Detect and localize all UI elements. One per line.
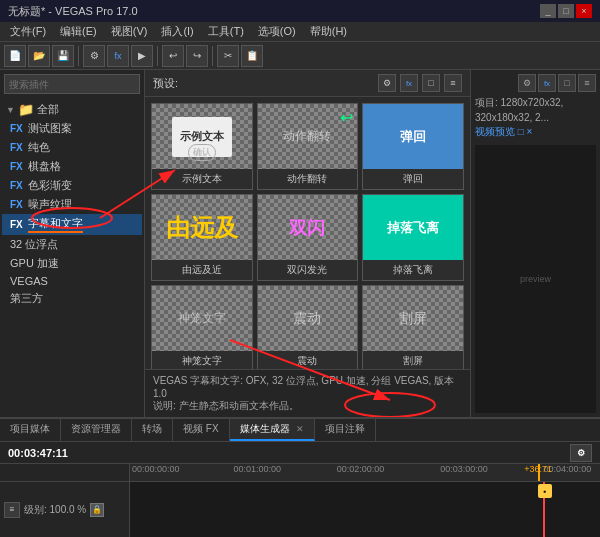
menu-insert[interactable]: 插入(I) <box>155 22 199 41</box>
new-button[interactable]: 📄 <box>4 45 26 67</box>
filter-panel: ▼ 📁 全部 FX 测试图案 FX 纯色 FX 棋盘格 FX 色彩渐变 <box>0 70 145 417</box>
info-settings-icon[interactable]: ⚙ <box>518 74 536 92</box>
menu-file[interactable]: 文件(F) <box>4 22 52 41</box>
tree-item-checkerboard[interactable]: FX 棋盘格 <box>2 157 142 176</box>
tab-project-media[interactable]: 项目媒体 <box>0 419 61 441</box>
tree-item-noise[interactable]: FX 噪声纹理 <box>2 195 142 214</box>
thumb-text-4: 由远及 <box>166 212 238 244</box>
tree-item-gpu[interactable]: GPU 加速 <box>2 254 142 273</box>
preset-thumb-7: 神笼文字 <box>152 286 252 351</box>
project-info-2: 320x180x32, 2... <box>475 112 596 123</box>
preset-item-action-turn[interactable]: 动作翻转 ↩ 动作翻转 <box>257 103 359 190</box>
selected-item-label: 字幕和文字 <box>28 216 83 233</box>
preset-item-fade-zoom[interactable]: 由远及 由远及近 <box>151 194 253 281</box>
maximize-button[interactable]: □ <box>558 4 574 18</box>
tree-item-vegas[interactable]: VEGAS <box>2 273 142 289</box>
ruler-spacer <box>0 464 130 481</box>
timecode-display: 00:03:47:11 <box>8 447 68 459</box>
track-option-1[interactable]: ≡ <box>4 502 20 518</box>
tree-root-all[interactable]: ▼ 📁 全部 <box>2 100 142 119</box>
preset-thumb-3: 弹回 <box>363 104 463 169</box>
extra-btn-1[interactable]: ✂ <box>217 45 239 67</box>
preset-label-3: 弹回 <box>363 169 463 189</box>
view-icon-2[interactable]: ≡ <box>444 74 462 92</box>
tab-transitions[interactable]: 转场 <box>132 419 173 441</box>
tab-media-generators[interactable]: 媒体生成器 ✕ <box>230 419 316 441</box>
menu-bar: 文件(F) 编辑(E) 视图(V) 插入(I) 工具(T) 选项(O) 帮助(H… <box>0 22 600 42</box>
tree-item-solid-color[interactable]: FX 纯色 <box>2 138 142 157</box>
toolbar-separator-3 <box>212 46 213 66</box>
thumb-text-1: 示例文本 <box>180 129 224 144</box>
preset-item-cut[interactable]: 割屏 割屏 <box>362 285 464 369</box>
track-lock-icon[interactable]: 🔒 <box>90 503 104 517</box>
timeline-area: 00:03:47:11 ⚙ 00:00:00:00 00:01:00:00 00… <box>0 442 600 537</box>
window-controls: _ □ × <box>540 4 592 18</box>
tab-media-gen-label: 媒体生成器 <box>240 423 290 434</box>
search-input[interactable] <box>4 74 140 94</box>
tab-video-fx[interactable]: 视频 FX <box>173 419 230 441</box>
preset-item-ghost-text[interactable]: 神笼文字 神笼文字 <box>151 285 253 369</box>
undo-button[interactable]: ↩ <box>162 45 184 67</box>
open-button[interactable]: 📂 <box>28 45 50 67</box>
project-info-3: 视频预览 □ × <box>475 125 596 139</box>
position-label: +36:71 <box>524 464 552 474</box>
tree-item-label: GPU 加速 <box>10 256 59 271</box>
preset-label-6: 掉落飞离 <box>363 260 463 280</box>
tree-item-third-party[interactable]: 第三方 <box>2 289 142 308</box>
save-button[interactable]: 💾 <box>52 45 74 67</box>
tree-item-label: 噪声纹理 <box>28 197 72 212</box>
toolbar-separator-2 <box>157 46 158 66</box>
view-icon-1[interactable]: □ <box>422 74 440 92</box>
timeline-ruler: 00:00:00:00 00:01:00:00 00:02:00:00 00:0… <box>0 464 600 482</box>
tree-item-label: VEGAS <box>10 275 48 287</box>
thumb-label-small: 确认 <box>188 144 216 161</box>
settings-button[interactable]: ⚙ <box>83 45 105 67</box>
fx-icon[interactable]: fx <box>400 74 418 92</box>
thumb-text-8: 震动 <box>293 310 321 328</box>
timeline-settings-btn[interactable]: ⚙ <box>570 444 592 462</box>
tab-explorer[interactable]: 资源管理器 <box>61 419 132 441</box>
menu-help[interactable]: 帮助(H) <box>304 22 353 41</box>
tree-item-gradient[interactable]: FX 色彩渐变 <box>2 176 142 195</box>
render-button[interactable]: ▶ <box>131 45 153 67</box>
info-view1-icon[interactable]: □ <box>558 74 576 92</box>
tree-item-32bit[interactable]: 32 位浮点 <box>2 235 142 254</box>
track-content-area: ▪ <box>130 482 600 537</box>
tree-item-test-pattern[interactable]: FX 测试图案 <box>2 119 142 138</box>
tree-item-titles[interactable]: FX 字幕和文字 <box>2 214 142 235</box>
track-clip[interactable]: ▪ <box>538 484 552 498</box>
info-controls: ⚙ fx □ ≡ <box>475 74 596 92</box>
close-button[interactable]: × <box>576 4 592 18</box>
tree-item-label: 第三方 <box>10 291 43 306</box>
preset-item-text-demo[interactable]: 示例文本 确认 示例文本 <box>151 103 253 190</box>
presets-status: VEGAS 字幕和文字: OFX, 32 位浮点, GPU 加速, 分组 VEG… <box>145 369 470 417</box>
preset-thumb-6: 掉落飞离 <box>363 195 463 260</box>
settings-icon[interactable]: ⚙ <box>378 74 396 92</box>
menu-edit[interactable]: 编辑(E) <box>54 22 103 41</box>
thumb-text-3: 弹回 <box>400 128 426 146</box>
preset-label-9: 割屏 <box>363 351 463 369</box>
menu-view[interactable]: 视图(V) <box>105 22 154 41</box>
tree-item-label: 全部 <box>37 102 59 117</box>
info-fx-icon[interactable]: fx <box>538 74 556 92</box>
tab-close-icon[interactable]: ✕ <box>296 424 304 434</box>
redo-button[interactable]: ↪ <box>186 45 208 67</box>
thumb-icon-2: ↩ <box>340 108 353 127</box>
fx-button[interactable]: fx <box>107 45 129 67</box>
preset-item-drop-fly[interactable]: 掉落飞离 掉落飞离 <box>362 194 464 281</box>
preset-label-5: 双闪发光 <box>258 260 358 280</box>
preset-thumb-4: 由远及 <box>152 195 252 260</box>
tab-project-notes[interactable]: 项目注释 <box>315 419 376 441</box>
menu-tools[interactable]: 工具(T) <box>202 22 250 41</box>
search-area <box>0 70 144 98</box>
bottom-tab-bar: 项目媒体 资源管理器 转场 视频 FX 媒体生成器 ✕ 项目注释 <box>0 419 600 442</box>
thumb-text-7: 神笼文字 <box>178 310 226 327</box>
extra-btn-2[interactable]: 📋 <box>241 45 263 67</box>
menu-options[interactable]: 选项(O) <box>252 22 302 41</box>
ruler-content: 00:00:00:00 00:01:00:00 00:02:00:00 00:0… <box>130 464 600 481</box>
preset-item-double-flash[interactable]: 双闪 双闪发光 <box>257 194 359 281</box>
preset-item-bounce[interactable]: 弹回 弹回 <box>362 103 464 190</box>
preset-item-shake[interactable]: 震动 震动 <box>257 285 359 369</box>
minimize-button[interactable]: _ <box>540 4 556 18</box>
info-view2-icon[interactable]: ≡ <box>578 74 596 92</box>
